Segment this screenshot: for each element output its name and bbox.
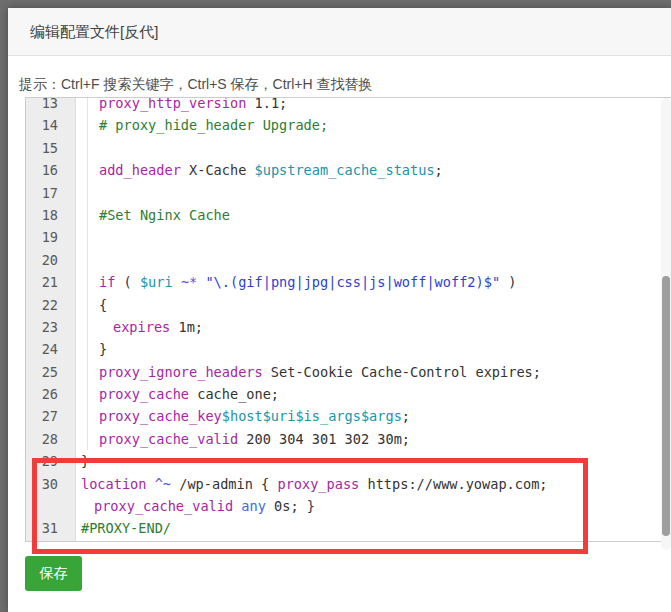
- code-line: 31#PROXY-END/: [26, 517, 671, 539]
- code-text: [76, 137, 671, 159]
- code-line: 25proxy_ignore_headers Set-Cookie Cache-…: [26, 361, 671, 383]
- shortcut-hint-text: 提示：Ctrl+F 搜索关键字，Ctrl+S 保存，Ctrl+H 查找替换: [19, 76, 373, 94]
- code-line: 29}: [26, 450, 671, 472]
- line-number: 13: [26, 97, 76, 114]
- code-line: 16add_header X-Cache $upstream_cache_sta…: [26, 159, 671, 181]
- dialog-title: 编辑配置文件[反代]: [30, 8, 158, 56]
- code-text: [76, 226, 671, 248]
- code-text: proxy_cache cache_one;: [76, 383, 671, 405]
- code-line: 19: [26, 226, 671, 248]
- code-text: #Set Nginx Cache: [76, 204, 671, 226]
- code-text: add_header X-Cache $upstream_cache_statu…: [76, 159, 671, 181]
- code-text: proxy_cache_key$host$uri$is_args$args;: [76, 405, 671, 427]
- line-number: 15: [26, 137, 76, 159]
- line-number: 21: [26, 271, 76, 293]
- code-lines: 13proxy_http_version 1.1;14# proxy_hide_…: [26, 97, 671, 540]
- code-line: 18#Set Nginx Cache: [26, 204, 671, 226]
- code-line: proxy_cache_valid any 0s; }: [26, 495, 671, 517]
- line-number: 23: [26, 316, 76, 338]
- code-line: 17: [26, 182, 671, 204]
- code-text: {: [76, 294, 671, 316]
- code-text: expires 1m;: [76, 316, 671, 338]
- code-line: 20: [26, 249, 671, 271]
- edit-config-dialog: 编辑配置文件[反代] 提示：Ctrl+F 搜索关键字，Ctrl+S 保存，Ctr…: [8, 8, 671, 612]
- code-text: proxy_ignore_headers Set-Cookie Cache-Co…: [76, 361, 671, 383]
- line-number: 24: [26, 338, 76, 360]
- line-number: [26, 495, 76, 517]
- save-button[interactable]: 保存: [25, 556, 82, 591]
- line-number: 27: [26, 405, 76, 427]
- config-code-editor[interactable]: 13proxy_http_version 1.1;14# proxy_hide_…: [25, 97, 671, 542]
- code-text: [76, 182, 671, 204]
- line-number: 26: [26, 383, 76, 405]
- line-number: 28: [26, 428, 76, 450]
- line-number: 14: [26, 114, 76, 136]
- code-text: }: [76, 338, 671, 360]
- code-text: proxy_cache_valid any 0s; }: [76, 495, 671, 517]
- editor-scrollbar-track[interactable]: [661, 98, 671, 550]
- line-number: 17: [26, 182, 76, 204]
- line-number: 18: [26, 204, 76, 226]
- line-number: 30: [26, 473, 76, 495]
- line-number: 22: [26, 294, 76, 316]
- code-text: proxy_http_version 1.1;: [76, 97, 671, 114]
- code-line: 21if ( $uri ~* "\.(gif|png|jpg|css|js|wo…: [26, 271, 671, 293]
- line-number: 19: [26, 226, 76, 248]
- line-number: 25: [26, 361, 76, 383]
- code-text: proxy_cache_valid 200 304 301 302 30m;: [76, 428, 671, 450]
- code-text: location ^~ /wp-admin { proxy_pass https…: [76, 473, 671, 495]
- code-line: 26proxy_cache cache_one;: [26, 383, 671, 405]
- code-text: # proxy_hide_header Upgrade;: [76, 114, 671, 136]
- code-text: if ( $uri ~* "\.(gif|png|jpg|css|js|woff…: [76, 271, 671, 293]
- line-number: 31: [26, 517, 76, 539]
- code-line: 23expires 1m;: [26, 316, 671, 338]
- code-text: [76, 249, 671, 271]
- code-line: 14# proxy_hide_header Upgrade;: [26, 114, 671, 136]
- code-line: 28proxy_cache_valid 200 304 301 302 30m;: [26, 428, 671, 450]
- code-line: 15: [26, 137, 671, 159]
- line-number: 29: [26, 450, 76, 472]
- code-text: #PROXY-END/: [76, 517, 671, 539]
- code-line: 24}: [26, 338, 671, 360]
- line-number: 20: [26, 249, 76, 271]
- editor-scrollbar-thumb[interactable]: [662, 276, 670, 536]
- line-number: 16: [26, 159, 76, 181]
- code-text: }: [76, 450, 671, 472]
- dialog-header: 编辑配置文件[反代]: [8, 8, 671, 56]
- code-line: 30location ^~ /wp-admin { proxy_pass htt…: [26, 473, 671, 495]
- code-line: 13proxy_http_version 1.1;: [26, 97, 671, 114]
- code-line: 27proxy_cache_key$host$uri$is_args$args;: [26, 405, 671, 427]
- code-line: 22{: [26, 294, 671, 316]
